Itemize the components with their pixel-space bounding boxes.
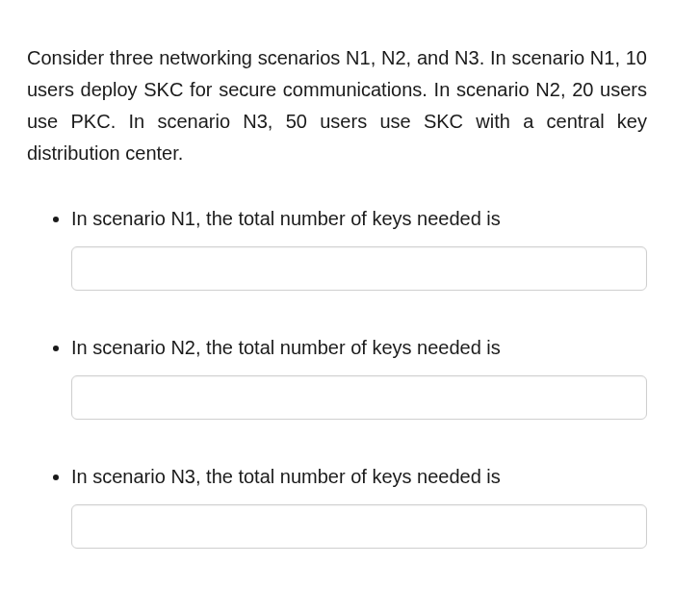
answer-wrap-n3	[71, 504, 647, 549]
question-item-n1: In scenario N1, the total number of keys…	[71, 204, 647, 291]
answer-input-n2[interactable]	[71, 375, 647, 420]
question-label-n3: In scenario N3, the total number of keys…	[71, 466, 501, 487]
answer-wrap-n2	[71, 375, 647, 420]
question-intro: Consider three networking scenarios N1, …	[27, 42, 647, 169]
question-label-n2: In scenario N2, the total number of keys…	[71, 337, 501, 358]
question-item-n2: In scenario N2, the total number of keys…	[71, 333, 647, 420]
answer-input-n1[interactable]	[71, 246, 647, 291]
question-item-n3: In scenario N3, the total number of keys…	[71, 462, 647, 549]
question-label-n1: In scenario N1, the total number of keys…	[71, 208, 501, 229]
answer-input-n3[interactable]	[71, 504, 647, 549]
answer-wrap-n1	[71, 246, 647, 291]
question-list: In scenario N1, the total number of keys…	[27, 204, 647, 549]
